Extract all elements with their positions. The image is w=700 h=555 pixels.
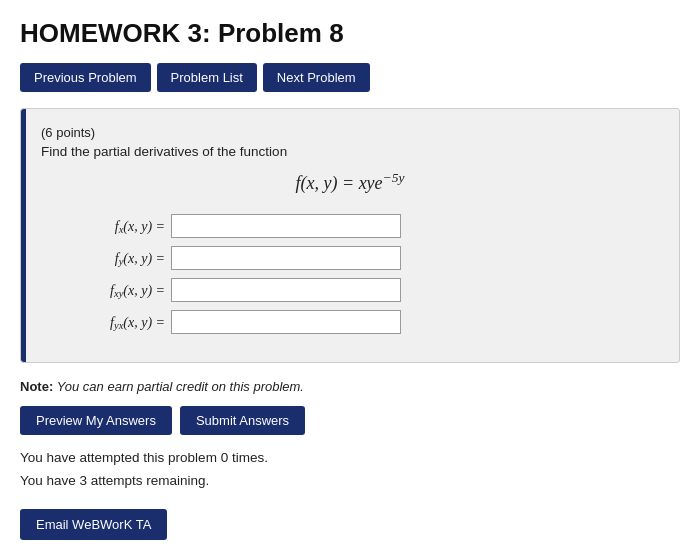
next-problem-button[interactable]: Next Problem [263, 63, 370, 92]
deriv-input-fxy[interactable] [171, 278, 401, 302]
deriv-label-fy: fy(x, y) = [61, 250, 171, 267]
deriv-row-fy: fy(x, y) = [61, 246, 659, 270]
deriv-input-fx[interactable] [171, 214, 401, 238]
problem-list-button[interactable]: Problem List [157, 63, 257, 92]
points-label: (6 points) [41, 125, 659, 140]
deriv-row-fyx: fyx(x, y) = [61, 310, 659, 334]
note-section: Note: You can earn partial credit on thi… [20, 379, 680, 394]
prev-problem-button[interactable]: Previous Problem [20, 63, 151, 92]
email-ta-button[interactable]: Email WeBWorK TA [20, 509, 167, 540]
problem-description: Find the partial derivatives of the func… [41, 144, 659, 159]
left-accent [21, 109, 26, 362]
function-display: f(x, y) = xye−5y [41, 173, 659, 194]
problem-box: (6 points) Find the partial derivatives … [20, 108, 680, 363]
deriv-row-fx: fx(x, y) = [61, 214, 659, 238]
page-title: HOMEWORK 3: Problem 8 [20, 18, 680, 49]
attempt-line1: You have attempted this problem 0 times. [20, 447, 680, 470]
note-content: You can earn partial credit on this prob… [57, 379, 304, 394]
submit-answers-button[interactable]: Submit Answers [180, 406, 305, 435]
deriv-input-fy[interactable] [171, 246, 401, 270]
deriv-row-fxy: fxy(x, y) = [61, 278, 659, 302]
action-buttons: Preview My Answers Submit Answers [20, 406, 680, 435]
preview-answers-button[interactable]: Preview My Answers [20, 406, 172, 435]
deriv-input-fyx[interactable] [171, 310, 401, 334]
attempt-info: You have attempted this problem 0 times.… [20, 447, 680, 493]
note-label: Note: [20, 379, 53, 394]
derivatives-table: fx(x, y) = fy(x, y) = fxy(x, y) = fyx(x,… [61, 214, 659, 334]
nav-buttons: Previous Problem Problem List Next Probl… [20, 63, 680, 92]
deriv-label-fxy: fxy(x, y) = [61, 282, 171, 299]
deriv-label-fyx: fyx(x, y) = [61, 314, 171, 331]
deriv-label-fx: fx(x, y) = [61, 218, 171, 235]
attempt-line2: You have 3 attempts remaining. [20, 470, 680, 493]
